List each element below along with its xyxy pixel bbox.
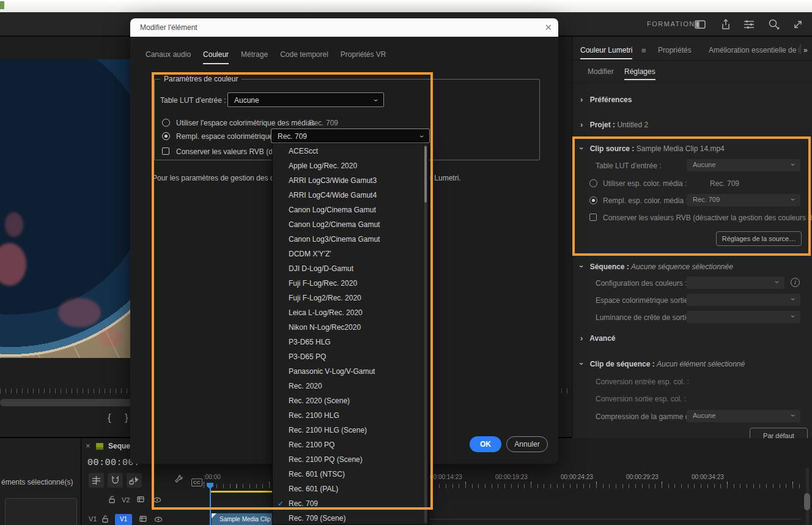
eye-icon[interactable]	[153, 496, 161, 507]
dropdown-item[interactable]: Rec. 2020	[273, 379, 428, 393]
dropdown-item[interactable]: Rec. 2100 PQ	[273, 438, 428, 452]
dropdown-item[interactable]: Rec. 709 (Scene)	[273, 511, 428, 525]
dialog-titlebar[interactable]: Modifier l'élément ✕	[130, 18, 558, 37]
panel-overflow-icon[interactable]: »	[803, 46, 808, 54]
track-v2-label[interactable]: V2	[122, 496, 130, 504]
ruler-label: 00:00:19:23	[495, 474, 528, 480]
preserve-rgb-checkbox[interactable]	[162, 147, 169, 155]
dialog-tab[interactable]: Couleur	[203, 50, 229, 64]
export-icon[interactable]	[719, 18, 733, 31]
sequence-icon	[96, 443, 103, 450]
settings-sliders-icon[interactable]	[742, 18, 756, 31]
gamut-compression-select[interactable]: Aucune ›	[687, 410, 800, 422]
default-button[interactable]: Par défaut	[750, 428, 808, 438]
input-conversion-label: Conversion entrée esp. col. :	[596, 378, 689, 386]
override-radio[interactable]	[162, 132, 170, 140]
peak-luminance-select[interactable]: ›	[687, 311, 800, 323]
source-settings-button[interactable]: Réglages de la source…	[716, 231, 802, 246]
dropdown-item[interactable]: Rec. 2100 PQ (Scene)	[273, 452, 428, 467]
preserve-rgb-checkbox[interactable]	[589, 214, 597, 221]
dialog-tab[interactable]: Canaux audio	[146, 50, 191, 64]
lock-icon[interactable]	[108, 495, 116, 506]
color-setup-select[interactable]: ›	[687, 277, 784, 289]
section-sequence-clip[interactable]: › Clip de séquence : Aucun élément sélec…	[580, 359, 745, 368]
lut-select[interactable]: Aucune ›	[687, 159, 800, 171]
close-icon[interactable]: ×	[86, 441, 90, 450]
output-space-select[interactable]: ›	[687, 294, 800, 306]
sync-lock-icon[interactable]	[136, 495, 145, 506]
section-preferences[interactable]: › Préférences	[580, 95, 632, 104]
tab-amelioration[interactable]: Amélioration essentielle de l'a	[709, 46, 799, 54]
subtab-reglages[interactable]: Réglages	[624, 67, 655, 80]
dropdown-item[interactable]: Fuji F-Log2/Rec. 2020	[273, 291, 428, 305]
dropdown-item[interactable]: Canon Log/Cinema Gamut	[273, 203, 428, 217]
dropdown-item[interactable]: ACEScct	[273, 144, 428, 158]
dropdown-item[interactable]: Nikon N-Log/Rec2020	[273, 320, 428, 335]
section-advanced[interactable]: › Avancé	[580, 333, 615, 343]
dropdown-item[interactable]: DJI D-Log/D-Gamut	[273, 261, 428, 276]
dropdown-item[interactable]: Rec. 2100 HLG	[273, 408, 428, 423]
dropdown-item[interactable]: Fuji F-Log/Rec. 2020	[273, 276, 428, 291]
sync-lock-icon[interactable]	[139, 515, 147, 525]
section-clip-source[interactable]: › Clip source : Sample Media Clip 14.mp4	[580, 144, 725, 153]
ruler-label: 00:00:14:23	[430, 474, 462, 480]
dropdown-item-label: Leica L-Log/Rec. 2020	[289, 308, 363, 317]
workspace-label[interactable]: FORMATION	[647, 20, 695, 28]
override-select-open[interactable]: Rec. 709 ›	[271, 128, 430, 143]
dialog-tab[interactable]: Propriétés VR	[341, 50, 386, 64]
lut-select[interactable]: Aucune ›	[227, 92, 384, 107]
wrench-icon[interactable]	[174, 474, 184, 486]
subtab-modifier[interactable]: Modifier	[588, 67, 614, 76]
override-select[interactable]: Rec. 709 ›	[687, 194, 800, 206]
override-radio[interactable]	[589, 196, 597, 204]
dropdown-item[interactable]: Panasonic V-Log/V-Gamut	[273, 364, 428, 379]
ok-button[interactable]: OK	[470, 436, 501, 452]
timeline-vscrollbar-thumb[interactable]	[804, 493, 810, 510]
panel-menu-icon[interactable]: ≡	[641, 46, 646, 55]
dropdown-item[interactable]: Canon Log2/Cinema Gamut	[273, 217, 428, 232]
lock-icon[interactable]	[101, 515, 109, 525]
source-v1-label[interactable]: V1	[89, 515, 97, 523]
dropdown-item[interactable]: Apple Log/Rec. 2020	[273, 158, 428, 173]
dropdown-item[interactable]: DCDM X'Y'Z'	[273, 247, 428, 261]
dropdown-item[interactable]: Rec. 2100 HLG (Scene)	[273, 423, 428, 438]
tab-sequence[interactable]: Seque	[108, 442, 130, 450]
dropdown-item[interactable]: P3-D65 HLG	[273, 335, 428, 349]
sequence-status: Aucune séquence sélectionnée	[631, 262, 733, 271]
use-media-radio[interactable]	[162, 119, 170, 127]
dropdown-item[interactable]: P3-D65 PQ	[273, 349, 428, 364]
dropdown-item[interactable]: ARRI LogC4/Wide Gamut4	[273, 188, 428, 203]
dialog-tab[interactable]: Code temporel	[280, 50, 328, 64]
dropdown-item[interactable]: Rec. 601 (PAL)	[273, 482, 428, 496]
cancel-button[interactable]: Annuler	[506, 436, 548, 452]
dropdown-scrollbar-thumb[interactable]	[424, 146, 427, 203]
dropdown-item[interactable]: Leica L-Log/Rec. 2020	[273, 305, 428, 320]
section-sequence[interactable]: › Séquence : Aucune séquence sélectionné…	[580, 262, 733, 271]
close-icon[interactable]: ✕	[544, 22, 552, 33]
dropdown-item-label: Nikon N-Log/Rec2020	[289, 323, 361, 332]
search-icon[interactable]	[767, 18, 780, 31]
dialog-tab[interactable]: Métrage	[241, 50, 268, 64]
dropdown-item[interactable]: Rec. 601 (NTSC)	[273, 467, 428, 482]
dropdown-item[interactable]: ✓Rec. 709	[273, 496, 428, 511]
snap-button[interactable]	[108, 473, 123, 488]
dropdown-item[interactable]: Rec. 2020 (Scene)	[273, 393, 428, 408]
nest-sequence-button[interactable]	[89, 473, 104, 488]
dropdown-item[interactable]: Canon Log3/Cinema Gamut	[273, 232, 428, 247]
eye-icon[interactable]	[154, 515, 163, 525]
use-media-radio[interactable]	[589, 179, 597, 187]
tab-couleur-lumetri[interactable]: Couleur Lumetri	[580, 46, 632, 59]
lut-label: Table LUT d'entrée :	[160, 96, 226, 105]
mark-out-icon[interactable]: }	[125, 412, 128, 424]
track-v1-target[interactable]: V1	[115, 514, 132, 525]
captions-icon[interactable]: CC	[191, 475, 202, 486]
dropdown-item-label: Apple Log/Rec. 2020	[289, 162, 357, 170]
mark-in-icon[interactable]: {	[108, 412, 111, 424]
fullscreen-icon[interactable]	[791, 18, 805, 31]
section-project[interactable]: › Projet : Untitled 2	[580, 120, 648, 129]
dropdown-item[interactable]: ARRI LogC3/Wide Gamut3	[273, 173, 428, 188]
workspaces-icon[interactable]	[693, 18, 707, 31]
linked-selection-button[interactable]	[127, 473, 142, 488]
tab-proprietes[interactable]: Propriétés	[658, 46, 692, 54]
info-icon[interactable]: i	[791, 278, 800, 287]
